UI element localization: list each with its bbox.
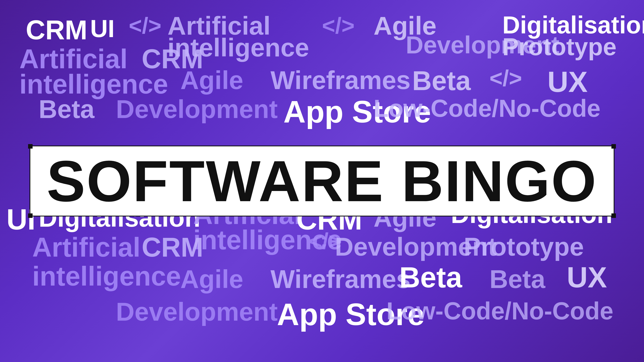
bg-word: Agile <box>180 264 243 294</box>
bingo-box: SOFTWARE BINGO <box>30 145 614 217</box>
bg-word: Artificial <box>19 43 128 74</box>
bg-word: Prototype <box>464 232 584 262</box>
bg-word: App Store <box>277 297 424 332</box>
bingo-container: SOFTWARE BINGO <box>30 145 614 217</box>
bg-word: Agile <box>180 65 243 95</box>
bg-word: Agile <box>374 11 436 41</box>
bg-word: Beta <box>399 261 462 294</box>
bg-word: intelligence <box>193 224 342 255</box>
bg-word: Digitalisation <box>502 11 644 39</box>
bg-word: Development <box>116 94 278 124</box>
bg-word: </> <box>129 13 162 39</box>
bg-word: CRM <box>26 15 88 46</box>
bg-word: </> <box>309 228 342 254</box>
bg-word: Artificial <box>32 232 140 263</box>
corner-tr <box>612 144 616 149</box>
bg-word: Development <box>335 232 496 262</box>
bg-word: intelligence <box>19 69 168 100</box>
bg-word: </> <box>322 13 355 39</box>
bg-word: Beta <box>412 65 471 96</box>
bg-word: Beta <box>490 264 545 294</box>
bg-word: Low-Code/No-Code <box>386 297 614 325</box>
bg-word: App Store <box>284 94 431 130</box>
bg-word: UX <box>567 261 607 294</box>
bg-word: Development <box>406 31 560 59</box>
corner-bl <box>28 213 32 218</box>
bg-word: CRM <box>142 43 204 74</box>
bg-word: Development <box>116 297 278 326</box>
bg-word: CRM <box>142 232 204 263</box>
bg-word: Beta <box>39 94 94 124</box>
corner-tl <box>28 144 32 149</box>
bg-word: </> <box>490 65 522 91</box>
bg-word: intelligence <box>32 261 181 292</box>
bg-word: Wireframes <box>270 264 410 294</box>
bg-word: UX <box>548 65 588 99</box>
bg-word: Artificial <box>167 11 270 41</box>
bg-word: Low-Code/No-Code <box>374 94 601 122</box>
bg-word: Prototype <box>502 33 616 61</box>
bg-word: intelligence <box>167 33 309 62</box>
bg-word: UI <box>90 15 115 43</box>
bingo-title: SOFTWARE BINGO <box>47 152 597 210</box>
corner-br <box>612 213 616 218</box>
bg-word: Wireframes <box>270 65 410 95</box>
